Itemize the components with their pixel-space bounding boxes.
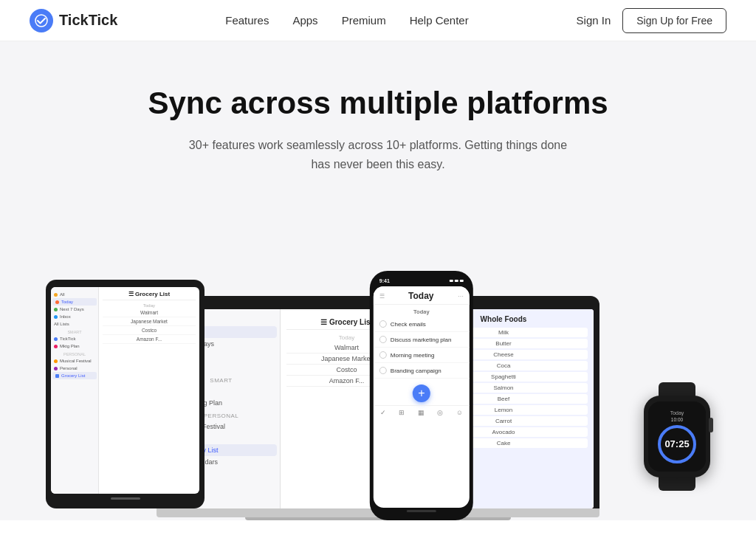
signin-link[interactable]: Sign In xyxy=(577,14,611,27)
watch-screen: Today 10:00 07:25 xyxy=(648,401,706,472)
hero-subtitle: 30+ features work seamlessly across 10+ … xyxy=(186,136,570,173)
phone-time: 9:41 xyxy=(379,278,390,283)
phone-nav-calendar-icon: ▦ xyxy=(418,409,425,416)
logo-icon xyxy=(30,9,53,32)
phone-nav-profile-icon: ☺ xyxy=(456,409,463,416)
watch-label: Today xyxy=(670,410,684,415)
nav-premium[interactable]: Premium xyxy=(342,14,386,27)
phone-screen-title: Today xyxy=(408,291,433,301)
nav-links: Features Apps Premium Help Center xyxy=(225,14,468,27)
phone-task-text-3: Morning meeting xyxy=(391,352,435,359)
phone-task-4: Branding campaign xyxy=(374,363,470,379)
phone-nav-grid-icon: ⊞ xyxy=(399,409,405,416)
watch-date: 10:00 xyxy=(671,417,683,422)
logo[interactable]: TickTick xyxy=(30,9,117,32)
phone-task-text-4: Branding campaign xyxy=(391,368,441,374)
devices-container: All Today Next 7 Days xyxy=(24,210,732,520)
tablet-home-indicator xyxy=(111,497,140,500)
phone-task-1: Check emails xyxy=(374,317,470,332)
tablet-device: All Today Next 7 Days Inbox All Lists Sm… xyxy=(46,280,205,508)
phone-task-2: Discuss marketing plan xyxy=(374,332,470,348)
phone-bottom-nav: ✓ ⊞ ▦ ◎ ☺ xyxy=(374,405,470,418)
phone-home-bar xyxy=(407,510,436,512)
nav-help-center[interactable]: Help Center xyxy=(410,14,469,27)
nav-right: Sign In Sign Up for Free xyxy=(577,8,726,33)
phone-device: 9:41 ☰ Today ⋯ Today xyxy=(370,271,473,520)
phone-screen: ☰ Today ⋯ Today Check emails Discuss mar… xyxy=(374,286,470,508)
signup-button[interactable]: Sign Up for Free xyxy=(622,8,726,33)
phone-task-3: Morning meeting xyxy=(374,348,470,363)
hero-title: Sync across multiple platforms xyxy=(15,86,741,121)
phone-section-label: Today xyxy=(374,305,470,317)
watch-time: 07:25 xyxy=(664,438,689,449)
phone-nav-pin-icon: ◎ xyxy=(437,409,443,416)
navbar: TickTick Features Apps Premium Help Cent… xyxy=(0,0,756,41)
nav-apps[interactable]: Apps xyxy=(292,14,317,27)
nav-features[interactable]: Features xyxy=(225,14,269,27)
phone-add-button[interactable]: + xyxy=(413,384,430,402)
phone-task-text-2: Discuss marketing plan xyxy=(391,337,452,343)
watch-device: Today 10:00 07:25 xyxy=(644,382,710,491)
hero-section: Sync across multiple platforms 30+ featu… xyxy=(0,41,756,520)
watch-circle: 07:25 xyxy=(658,425,696,463)
phone-nav-check-icon: ✓ xyxy=(380,409,386,416)
watch-crown xyxy=(709,418,713,432)
logo-text: TickTick xyxy=(59,12,117,29)
phone-task-text-1: Check emails xyxy=(391,321,426,328)
